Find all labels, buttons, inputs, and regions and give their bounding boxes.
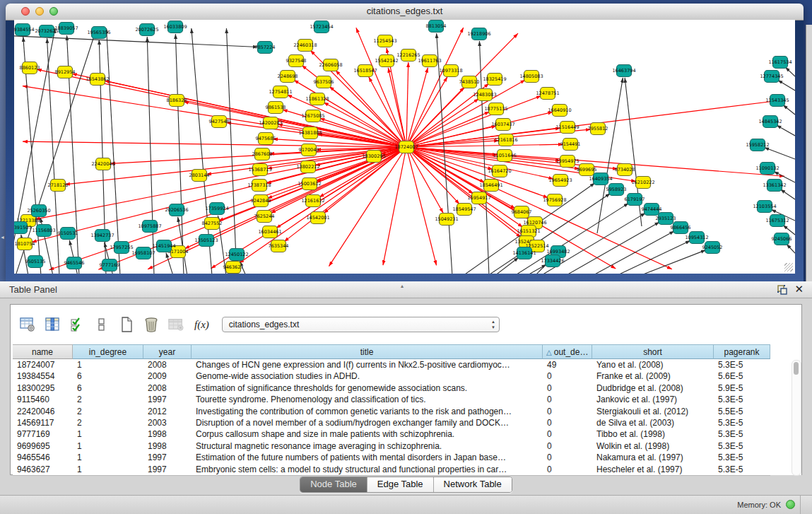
- graph-node[interactable]: 18325419: [483, 74, 506, 86]
- splitter-handle-icon[interactable]: ▴: [401, 283, 404, 289]
- graph-node[interactable]: 12216265: [396, 49, 420, 62]
- graph-node[interactable]: 9866456: [671, 222, 691, 234]
- graph-node[interactable]: 17359924: [205, 203, 228, 215]
- graph-node[interactable]: 8912954: [55, 66, 76, 78]
- show-columns-icon[interactable]: [45, 317, 60, 332]
- table-row[interactable]: 977716911998Corpus callosum shape and si…: [13, 428, 770, 440]
- graph-edge[interactable]: [778, 80, 795, 90]
- graph-node[interactable]: 11254543: [373, 35, 396, 47]
- graph-edge[interactable]: [777, 125, 795, 136]
- graph-node[interactable]: 13954975: [555, 156, 579, 168]
- scrollbar-thumb[interactable]: [794, 362, 799, 375]
- graph-edge[interactable]: [495, 257, 519, 274]
- row-height-icon[interactable]: [94, 317, 110, 332]
- delete-column-icon[interactable]: [143, 317, 159, 332]
- graph-node[interactable]: 5958923: [606, 184, 627, 196]
- table-row[interactable]: 1938455462009Genome-wide association stu…: [13, 370, 770, 382]
- graph-node[interactable]: 9327548: [286, 55, 307, 67]
- graph-edge[interactable]: [147, 37, 154, 274]
- graph-node[interactable]: 2935123: [656, 213, 676, 225]
- graph-node[interactable]: 9427548: [209, 116, 230, 128]
- function-builder-icon[interactable]: f(x): [194, 319, 209, 331]
- graph-node[interactable]: 11617534: [768, 57, 792, 69]
- table-row[interactable]: 1456911722003Disruption of a novel membe…: [13, 417, 770, 428]
- window-titlebar[interactable]: citations_edges.txt: [6, 4, 804, 21]
- graph-node[interactable]: 11516449: [555, 122, 579, 134]
- graph-node[interactable]: 13505123: [194, 235, 218, 247]
- graph-node[interactable]: 8427552: [202, 218, 223, 230]
- graph-node[interactable]: 17957255: [110, 242, 133, 254]
- graph-edge[interactable]: [406, 28, 464, 147]
- graph-node[interactable]: 6179197: [625, 194, 645, 206]
- graph-node[interactable]: 16210222: [631, 177, 654, 189]
- graph-node[interactable]: 1810754: [15, 238, 35, 250]
- graph-node[interactable]: 2718120: [48, 180, 69, 192]
- graph-edge[interactable]: [406, 147, 531, 242]
- graph-node[interactable]: 9475685: [256, 133, 276, 145]
- graph-node[interactable]: 7625244: [254, 211, 275, 223]
- column-header-in_degree[interactable]: in_degree: [73, 344, 143, 359]
- network-view[interactable]: 1872400722460318932754822486981275481198…: [14, 20, 795, 274]
- graph-node[interactable]: 11156803: [32, 225, 55, 237]
- column-header-out_de[interactable]: △out_de…: [543, 344, 592, 359]
- graph-node[interactable]: 22420046: [91, 158, 114, 170]
- graph-edge[interactable]: [406, 96, 541, 147]
- graph-edge[interactable]: [406, 62, 408, 147]
- graph-node[interactable]: 15958212: [746, 139, 769, 151]
- graph-edge[interactable]: [764, 148, 795, 159]
- graph-node[interactable]: 10975887: [138, 221, 161, 233]
- close-panel-icon[interactable]: ✕: [794, 283, 804, 296]
- table-row[interactable]: 946554611997Estimation of the future num…: [13, 452, 770, 463]
- graph-node[interactable]: 2867608: [252, 148, 273, 160]
- table-row[interactable]: 946362711997Embryonic stem cells: a mode…: [13, 464, 770, 475]
- graph-node[interactable]: 9150531: [58, 228, 78, 240]
- graph-node[interactable]: 15723454: [310, 21, 333, 33]
- graph-node[interactable]: 22606058: [319, 59, 342, 71]
- graph-node[interactable]: 9245052: [702, 242, 723, 254]
- graph-node[interactable]: 9170043: [299, 144, 319, 156]
- graph-node[interactable]: 9242848: [251, 195, 271, 207]
- graph-edge[interactable]: [23, 141, 406, 147]
- graph-node[interactable]: 7857224: [255, 42, 276, 54]
- graph-node[interactable]: 16463794: [612, 65, 635, 77]
- graph-node[interactable]: 15542142: [375, 55, 398, 67]
- graph-node[interactable]: 16164720: [488, 165, 511, 177]
- graph-node[interactable]: 2248698: [278, 71, 298, 83]
- graph-node[interactable]: 8860123: [20, 62, 40, 74]
- graph-node[interactable]: 19384554: [14, 24, 35, 36]
- graph-node[interactable]: 16640910: [548, 105, 571, 117]
- table-row[interactable]: 969969511998Structural magnetic resonanc…: [13, 440, 770, 452]
- graph-node[interactable]: 8813054: [426, 21, 447, 33]
- graph-node[interactable]: 9154491: [560, 139, 581, 151]
- vertical-scrollbar[interactable]: [792, 360, 801, 476]
- graph-node[interactable]: 16543862: [86, 74, 109, 86]
- graph-node[interactable]: 19654923: [548, 175, 572, 187]
- graph-node[interactable]: 18775135: [484, 103, 507, 115]
- graph-node[interactable]: 9245066: [772, 233, 792, 245]
- graph-node[interactable]: 10973318: [439, 65, 462, 77]
- graph-node[interactable]: 7955812: [588, 123, 608, 135]
- new-column-icon[interactable]: [119, 317, 134, 332]
- graph-edge[interactable]: [783, 105, 795, 115]
- graph-node[interactable]: 9684067: [512, 206, 532, 218]
- graph-node[interactable]: 12483083: [473, 89, 496, 101]
- graph-node[interactable]: 9505135: [25, 256, 46, 268]
- column-header-year[interactable]: year: [143, 344, 192, 359]
- column-header-pagerank[interactable]: pagerank: [714, 344, 770, 359]
- graph-node[interactable]: 19218906: [467, 28, 490, 40]
- graph-edge[interactable]: [616, 240, 690, 274]
- graph-node[interactable]: 18549547: [452, 204, 476, 216]
- table-selector-dropdown[interactable]: citations_edges.txt ▲▼: [222, 317, 500, 332]
- graph-node[interactable]: 7438510: [459, 76, 480, 88]
- graph-node[interactable]: 20206536: [165, 204, 188, 216]
- tab-edge-table[interactable]: Edge Table: [367, 477, 434, 492]
- graph-node[interactable]: 6734028: [615, 164, 635, 176]
- graph-edge[interactable]: [406, 147, 459, 204]
- collapse-arrow-icon[interactable]: ◄: [0, 235, 5, 240]
- graph-node[interactable]: 7635344: [269, 240, 289, 252]
- select-columns-icon[interactable]: [69, 317, 85, 332]
- graph-node[interactable]: 11543345: [765, 95, 789, 107]
- graph-node[interactable]: 19756928: [543, 194, 566, 206]
- graph-node[interactable]: 9861538: [266, 102, 286, 114]
- graph-node[interactable]: 13361342: [763, 180, 786, 192]
